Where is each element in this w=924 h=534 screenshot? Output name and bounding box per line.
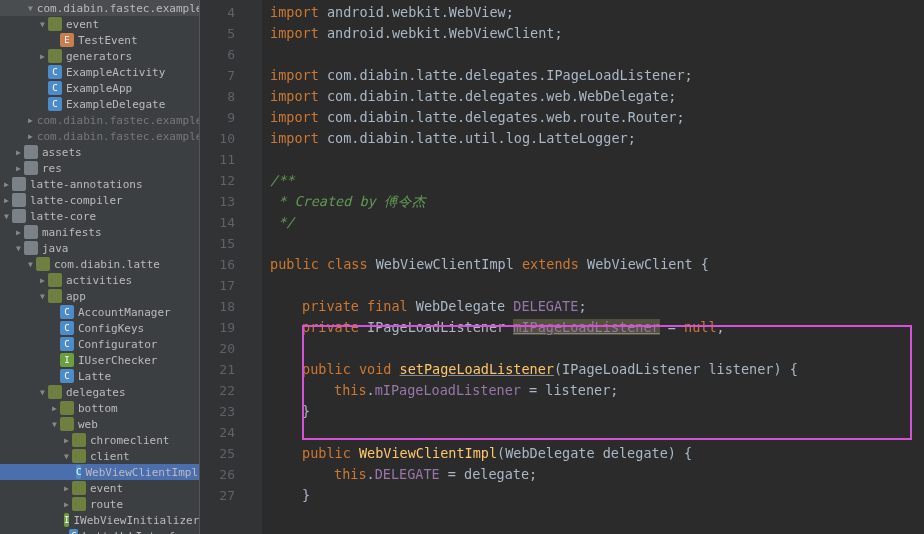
token: DELEGATE bbox=[375, 466, 440, 482]
code-line[interactable] bbox=[270, 338, 924, 359]
tree-item-generators[interactable]: generators bbox=[0, 48, 199, 64]
tree-item-configkeys[interactable]: ConfigKeys bbox=[0, 320, 199, 336]
tree-item-bottom[interactable]: bottom bbox=[0, 400, 199, 416]
tree-item-configurator[interactable]: Configurator bbox=[0, 336, 199, 352]
tree-arrow-icon[interactable] bbox=[4, 196, 12, 205]
tree-item-latte-annotations[interactable]: latte-annotations bbox=[0, 176, 199, 192]
code-line[interactable] bbox=[270, 44, 924, 65]
code-area[interactable]: import android.webkit.WebView;import and… bbox=[262, 0, 924, 534]
tree-item-com-diabin-fastec-example[interactable]: com.diabin.fastec.example bbox=[0, 0, 199, 16]
code-line[interactable]: import com.diabin.latte.delegates.web.ro… bbox=[270, 107, 924, 128]
tree-item-res[interactable]: res bbox=[0, 160, 199, 176]
tree-label: route bbox=[90, 498, 123, 511]
tree-item-iwebviewinitializer[interactable]: IWebViewInitializer bbox=[0, 512, 199, 528]
tree-item-com-diabin-latte[interactable]: com.diabin.latte bbox=[0, 256, 199, 272]
token: (WebDelegate delegate) { bbox=[497, 445, 692, 461]
tree-item-assets[interactable]: assets bbox=[0, 144, 199, 160]
tree-label: com.diabin.latte bbox=[54, 258, 160, 271]
code-line[interactable]: private IPageLoadListener mIPageLoadList… bbox=[270, 317, 924, 338]
tree-arrow-icon[interactable] bbox=[40, 292, 48, 301]
tree-item-client[interactable]: client bbox=[0, 448, 199, 464]
tree-arrow-icon[interactable] bbox=[4, 180, 12, 189]
code-line[interactable]: * Created by 傅令杰 bbox=[270, 191, 924, 212]
token: = bbox=[660, 319, 684, 335]
token: (IPageLoadListener listener) { bbox=[554, 361, 798, 377]
tree-item-route[interactable]: route bbox=[0, 496, 199, 512]
tree-item-web[interactable]: web bbox=[0, 416, 199, 432]
code-line[interactable]: /** bbox=[270, 170, 924, 191]
tree-item-delegates[interactable]: delegates bbox=[0, 384, 199, 400]
code-line[interactable]: public void setPageLoadListener(IPageLoa… bbox=[270, 359, 924, 380]
code-line[interactable]: import android.webkit.WebView; bbox=[270, 2, 924, 23]
code-line[interactable]: import android.webkit.WebViewClient; bbox=[270, 23, 924, 44]
code-line[interactable]: import com.diabin.latte.delegates.IPageL… bbox=[270, 65, 924, 86]
tree-item-com-diabin-fastec-example-androidtest-[interactable]: com.diabin.fastec.example (androidTest) bbox=[0, 112, 199, 128]
tree-arrow-icon[interactable] bbox=[40, 276, 48, 285]
tree-item-app[interactable]: app bbox=[0, 288, 199, 304]
tree-arrow-icon[interactable] bbox=[64, 452, 72, 461]
tree-item-accountmanager[interactable]: AccountManager bbox=[0, 304, 199, 320]
code-line[interactable]: this.mIPageLoadListener = listener; bbox=[270, 380, 924, 401]
tree-arrow-icon[interactable] bbox=[28, 260, 36, 269]
tree-item-event[interactable]: event bbox=[0, 16, 199, 32]
tree-arrow-icon[interactable] bbox=[52, 404, 60, 413]
code-line[interactable]: } bbox=[270, 401, 924, 422]
tree-arrow-icon[interactable] bbox=[16, 228, 24, 237]
token: com.diabin.latte.delegates.web.route.Rou… bbox=[327, 109, 685, 125]
code-line[interactable]: this.DELEGATE = delegate; bbox=[270, 464, 924, 485]
tree-item-latte[interactable]: Latte bbox=[0, 368, 199, 384]
token: DELEGATE bbox=[513, 298, 578, 314]
token: public class bbox=[270, 256, 376, 272]
tree-item-latte-compiler[interactable]: latte-compiler bbox=[0, 192, 199, 208]
tree-item-activities[interactable]: activities bbox=[0, 272, 199, 288]
code-line[interactable]: public class WebViewClientImpl extends W… bbox=[270, 254, 924, 275]
tree-arrow-icon[interactable] bbox=[64, 484, 72, 493]
tree-item-testevent[interactable]: TestEvent bbox=[0, 32, 199, 48]
tree-arrow-icon[interactable] bbox=[64, 436, 72, 445]
fold-column[interactable] bbox=[250, 0, 262, 534]
tree-arrow-icon[interactable] bbox=[16, 244, 24, 253]
token: mIPageLoadListener bbox=[513, 319, 659, 335]
line-number: 23 bbox=[200, 401, 235, 422]
code-editor[interactable]: 4567891011121314151617181920212223242526… bbox=[200, 0, 924, 534]
token: public bbox=[302, 445, 359, 461]
tree-item-lattewebinterface[interactable]: LatteWebInterface bbox=[0, 528, 199, 534]
tree-item-chromeclient[interactable]: chromeclient bbox=[0, 432, 199, 448]
folder-icon bbox=[24, 225, 38, 239]
project-tree[interactable]: com.diabin.fastec.exampleeventTestEventg… bbox=[0, 0, 200, 534]
tree-item-latte-core[interactable]: latte-core bbox=[0, 208, 199, 224]
tree-arrow-icon[interactable] bbox=[4, 212, 12, 221]
tree-arrow-icon[interactable] bbox=[16, 164, 24, 173]
code-line[interactable] bbox=[270, 422, 924, 443]
code-line[interactable] bbox=[270, 149, 924, 170]
tree-item-java[interactable]: java bbox=[0, 240, 199, 256]
code-line[interactable] bbox=[270, 233, 924, 254]
tree-item-com-diabin-fastec-example-test-[interactable]: com.diabin.fastec.example (test) bbox=[0, 128, 199, 144]
tree-arrow-icon[interactable] bbox=[16, 148, 24, 157]
token: } bbox=[302, 487, 310, 503]
tree-item-iuserchecker[interactable]: IUserChecker bbox=[0, 352, 199, 368]
code-line[interactable]: import com.diabin.latte.util.log.LatteLo… bbox=[270, 128, 924, 149]
token: import bbox=[270, 67, 327, 83]
tree-arrow-icon[interactable] bbox=[28, 4, 33, 13]
tree-arrow-icon[interactable] bbox=[52, 420, 60, 429]
code-line[interactable] bbox=[270, 275, 924, 296]
code-line[interactable]: } bbox=[270, 485, 924, 506]
tree-arrow-icon[interactable] bbox=[40, 52, 48, 61]
tree-item-exampleapp[interactable]: ExampleApp bbox=[0, 80, 199, 96]
pkg-icon bbox=[72, 481, 86, 495]
tree-arrow-icon[interactable] bbox=[28, 132, 33, 141]
tree-arrow-icon[interactable] bbox=[28, 116, 33, 125]
code-line[interactable]: public WebViewClientImpl(WebDelegate del… bbox=[270, 443, 924, 464]
tree-item-event[interactable]: event bbox=[0, 480, 199, 496]
code-line[interactable]: private final WebDelegate DELEGATE; bbox=[270, 296, 924, 317]
tree-item-exampledelegate[interactable]: ExampleDelegate bbox=[0, 96, 199, 112]
tree-arrow-icon[interactable] bbox=[64, 500, 72, 509]
code-line[interactable]: */ bbox=[270, 212, 924, 233]
tree-arrow-icon[interactable] bbox=[40, 20, 48, 29]
tree-item-manifests[interactable]: manifests bbox=[0, 224, 199, 240]
tree-arrow-icon[interactable] bbox=[40, 388, 48, 397]
code-line[interactable]: import com.diabin.latte.delegates.web.We… bbox=[270, 86, 924, 107]
tree-item-exampleactivity[interactable]: ExampleActivity bbox=[0, 64, 199, 80]
tree-item-webviewclientimpl[interactable]: WebViewClientImpl bbox=[0, 464, 199, 480]
